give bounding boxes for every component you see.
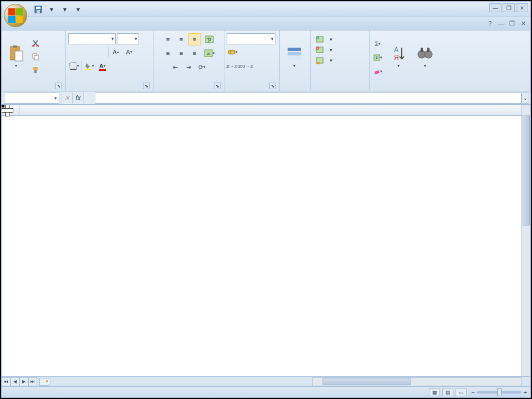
find-select-button[interactable]: ▾ <box>413 43 437 69</box>
binoculars-icon <box>416 44 434 62</box>
cancel-edit-button[interactable]: ✕ <box>62 93 73 104</box>
align-center-button[interactable]: ≡ <box>175 47 187 59</box>
italic-button[interactable] <box>81 46 94 58</box>
cut-button[interactable] <box>29 37 42 49</box>
wrap-icon <box>205 35 214 43</box>
decrease-indent-button[interactable]: ⇤ <box>170 61 182 73</box>
increase-indent-button[interactable]: ⇥ <box>183 61 195 73</box>
increase-decimal-button[interactable]: ,0→,00 <box>227 60 239 72</box>
formula-bar: ✕ fx ⌄ <box>2 91 530 105</box>
underline-button[interactable] <box>95 46 107 58</box>
font-size-combo[interactable] <box>117 33 139 44</box>
spreadsheet-grid[interactable] <box>2 105 530 376</box>
formula-expand-button[interactable]: ⌄ <box>521 93 529 104</box>
copy-button[interactable] <box>29 50 42 63</box>
insert-cells-button[interactable]: + <box>313 35 367 44</box>
maximize-button[interactable]: ❐ <box>503 3 515 12</box>
doc-restore-button[interactable]: ❐ <box>508 19 516 27</box>
svg-rect-16 <box>206 36 213 43</box>
merge-icon: a <box>204 49 213 57</box>
zoom-out-button[interactable]: − <box>471 389 474 396</box>
number-format-combo[interactable] <box>227 33 275 44</box>
align-bottom-button[interactable]: ≡ <box>188 33 201 45</box>
fill-color-button[interactable]: ▾ <box>83 60 95 72</box>
paste-icon <box>7 44 25 62</box>
clipboard-launcher[interactable]: ⬊ <box>55 83 62 89</box>
styles-icon <box>285 44 303 62</box>
formula-input[interactable] <box>95 93 521 104</box>
zoom-slider[interactable] <box>477 391 521 393</box>
office-button[interactable] <box>4 4 27 27</box>
minimize-button[interactable]: — <box>489 3 502 12</box>
close-button[interactable]: ✕ <box>516 3 528 12</box>
fill-button[interactable]: ▾ <box>372 52 384 64</box>
font-color-button[interactable]: A▾ <box>96 60 109 72</box>
new-sheet-button[interactable] <box>39 378 50 386</box>
format-cells-button[interactable] <box>313 56 367 65</box>
styles-group-label <box>282 81 308 90</box>
money-icon <box>228 48 236 56</box>
svg-rect-9 <box>34 55 38 60</box>
doc-close-button[interactable]: ✕ <box>519 19 527 27</box>
bold-button[interactable] <box>68 46 80 58</box>
help-button[interactable]: ? <box>486 19 494 27</box>
format-painter-button[interactable] <box>29 64 42 76</box>
page-layout-view-button[interactable]: ▤ <box>442 388 453 396</box>
next-sheet-button[interactable]: ▶ <box>19 377 28 386</box>
doc-minimize-button[interactable]: — <box>497 19 505 27</box>
name-box[interactable] <box>4 93 59 104</box>
clear-button[interactable]: ▾ <box>372 65 384 78</box>
autosum-button[interactable]: Σ▾ <box>372 38 384 50</box>
save-button[interactable] <box>33 4 44 15</box>
accounting-button[interactable]: ▾ <box>227 46 239 58</box>
zoom-thumb[interactable] <box>497 388 502 396</box>
svg-text:a: a <box>207 51 210 56</box>
wrap-text-button[interactable] <box>203 33 216 45</box>
svg-rect-12 <box>70 63 76 69</box>
svg-text:+: + <box>316 36 319 39</box>
font-launcher[interactable]: ⬊ <box>143 83 150 89</box>
align-middle-button[interactable]: ≡ <box>175 33 187 45</box>
grow-font-button[interactable]: A▴ <box>110 46 122 58</box>
redo-button[interactable]: ▾ <box>59 4 70 15</box>
border-button[interactable]: ▾ <box>68 60 80 72</box>
hscroll-thumb[interactable] <box>323 378 411 385</box>
last-sheet-button[interactable]: ⏭ <box>28 377 37 386</box>
office-logo-icon <box>8 8 23 23</box>
align-launcher[interactable]: ⬊ <box>214 83 221 89</box>
first-sheet-button[interactable]: ⏮ <box>2 377 11 386</box>
bucket-icon <box>84 62 92 70</box>
styles-button[interactable]: ▾ <box>282 43 306 69</box>
horizontal-scrollbar[interactable] <box>312 377 521 386</box>
sort-filter-button[interactable]: AЯ ▾ <box>386 43 411 69</box>
svg-point-20 <box>231 50 235 54</box>
undo-button[interactable]: ▾ <box>46 4 57 15</box>
select-all-corner[interactable] <box>2 105 19 115</box>
insert-row-icon: + <box>315 35 324 43</box>
shrink-font-button[interactable]: A▾ <box>123 46 135 58</box>
svg-rect-21 <box>288 48 301 51</box>
align-right-button[interactable]: ≡ <box>188 47 201 59</box>
normal-view-button[interactable]: ▦ <box>429 388 440 396</box>
svg-rect-33 <box>375 70 380 74</box>
orientation-button[interactable]: ⟳▾ <box>196 61 208 73</box>
prev-sheet-button[interactable]: ◀ <box>11 377 19 386</box>
merge-button[interactable]: a▾ <box>203 47 216 59</box>
qat-customize[interactable]: ▾ <box>73 4 84 15</box>
svg-rect-23 <box>288 57 301 60</box>
vertical-scrollbar[interactable] <box>521 105 530 376</box>
paste-button[interactable]: ▾ <box>4 43 28 69</box>
number-launcher[interactable]: ⬊ <box>269 83 276 89</box>
delete-cells-button[interactable]: × <box>313 45 367 54</box>
percent-button[interactable] <box>240 46 252 58</box>
decrease-decimal-button[interactable]: ,00→,0 <box>240 60 252 72</box>
fx-button[interactable]: fx <box>73 93 84 104</box>
font-name-combo[interactable] <box>68 33 116 44</box>
comma-button[interactable] <box>253 46 265 58</box>
page-break-view-button[interactable]: ▭ <box>456 388 467 396</box>
ribbon-tabs: ? — ❐ ✕ <box>2 17 530 30</box>
align-top-button[interactable]: ≡ <box>162 33 174 45</box>
zoom-in-button[interactable]: + <box>524 389 527 396</box>
align-left-button[interactable]: ≡ <box>162 47 174 59</box>
vscroll-thumb[interactable] <box>523 115 530 226</box>
